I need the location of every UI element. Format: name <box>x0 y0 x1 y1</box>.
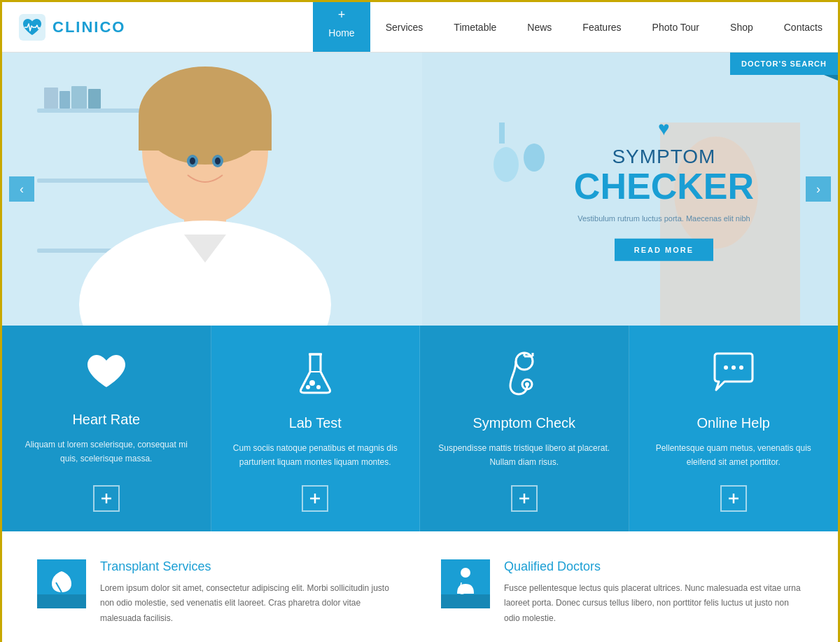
hero-subtitle: Vestibulum rutrum luctus porta. Maecenas… <box>574 213 754 225</box>
transplant-text: Transplant Services Lorem ipsum dolor si… <box>100 559 399 627</box>
service-heart-rate-plus[interactable] <box>93 485 120 512</box>
svg-point-36 <box>525 382 529 386</box>
hero-section: DOCTOR'S SEARCH ♥ SYMPTOM CHECKER Vestib… <box>2 53 838 326</box>
nav-timetable[interactable]: Timetable <box>438 2 512 52</box>
nav-services[interactable]: Services <box>370 2 439 52</box>
doctors-title: Qualified Doctors <box>504 559 803 574</box>
logo-text: CLINICO <box>52 18 125 36</box>
service-heart-rate-desc: Aliquam ut lorem scelerisque, consequat … <box>19 438 194 470</box>
svg-point-42 <box>724 365 728 370</box>
service-online-help-title: Online Help <box>696 415 770 431</box>
svg-point-22 <box>215 158 220 165</box>
heart-rate-icon <box>82 351 131 399</box>
header: CLINICO + Home Services Timetable News F… <box>2 2 838 53</box>
main-nav: + Home Services Timetable News Features … <box>313 2 838 52</box>
service-online-help-plus[interactable] <box>720 485 747 512</box>
nav-features-label: Features <box>582 22 621 33</box>
transplant-icon-box <box>37 559 86 608</box>
svg-point-30 <box>316 385 321 389</box>
hero-content: ♥ SYMPTOM CHECKER Vestibulum rutrum luct… <box>574 118 754 261</box>
nav-shop[interactable]: Shop <box>715 2 769 52</box>
service-heart-rate-title: Heart Rate <box>72 412 140 428</box>
feature-doctors: Qualified Doctors Fusce pellentesque lec… <box>441 559 803 627</box>
service-card-lab-test: Lab Test Cum sociis natoque penatibus et… <box>211 326 421 531</box>
nav-news[interactable]: News <box>512 2 567 52</box>
service-symptom-check-plus[interactable] <box>511 485 538 512</box>
nav-shop-label: Shop <box>730 22 753 33</box>
svg-point-44 <box>739 365 743 370</box>
svg-rect-9 <box>88 89 101 109</box>
transplant-desc: Lorem ipsum dolor sit amet, consectetur … <box>100 581 399 627</box>
transplant-title: Transplant Services <box>100 559 399 574</box>
nav-home-label: Home <box>328 27 354 39</box>
feature-transplant: Transplant Services Lorem ipsum dolor si… <box>37 559 399 627</box>
leaf-icon <box>49 568 74 599</box>
svg-point-10 <box>493 147 519 182</box>
service-symptom-check-desc: Suspendisse mattis tristique libero at p… <box>437 441 612 470</box>
services-strip: Heart Rate Aliquam ut lorem scelerisque,… <box>2 326 838 531</box>
svg-rect-8 <box>71 86 87 109</box>
nav-contacts[interactable]: Contacts <box>769 2 838 52</box>
hero-heart-icon: ♥ <box>574 118 754 140</box>
svg-point-43 <box>732 365 736 370</box>
svg-point-21 <box>190 158 195 165</box>
svg-point-31 <box>306 385 310 389</box>
nav-photo-tour[interactable]: Photo Tour <box>637 2 715 52</box>
svg-point-11 <box>524 144 545 172</box>
nav-news-label: News <box>527 22 552 33</box>
svg-point-48 <box>461 568 470 578</box>
doctor-icon <box>453 567 478 600</box>
doctors-icon-box <box>441 559 490 608</box>
service-lab-test-plus[interactable] <box>302 485 328 512</box>
doctors-text: Qualified Doctors Fusce pellentesque lec… <box>504 559 803 627</box>
svg-rect-6 <box>44 88 58 109</box>
nav-timetable-label: Timetable <box>454 22 496 33</box>
online-help-icon <box>709 351 758 403</box>
doctors-desc: Fusce pellentesque lectus quis placerat … <box>504 581 803 627</box>
service-card-symptom-check: Symptom Check Suspendisse mattis tristiq… <box>420 326 629 531</box>
nav-home[interactable]: + Home <box>313 2 370 52</box>
svg-rect-15 <box>139 116 272 151</box>
carousel-next-button[interactable]: › <box>806 176 831 202</box>
nav-features[interactable]: Features <box>567 2 636 52</box>
features-section: Transplant Services Lorem ipsum dolor si… <box>2 531 838 642</box>
logo-icon <box>19 14 46 41</box>
nav-services-label: Services <box>386 22 424 33</box>
lab-test-icon <box>293 351 338 403</box>
hero-symptom-line1: SYMPTOM <box>574 146 754 168</box>
service-card-heart-rate: Heart Rate Aliquam ut lorem scelerisque,… <box>2 326 211 531</box>
service-card-online-help: Online Help Pellentesque quam metus, ven… <box>629 326 839 531</box>
svg-rect-7 <box>59 91 70 109</box>
service-online-help-desc: Pellentesque quam metus, venenatis quis … <box>646 441 822 470</box>
carousel-prev-button[interactable]: ‹ <box>9 176 34 202</box>
symptom-check-icon <box>500 351 549 403</box>
service-lab-test-title: Lab Test <box>289 415 342 431</box>
svg-point-29 <box>309 380 315 386</box>
doctors-search-button[interactable]: DOCTOR'S SEARCH <box>730 53 838 75</box>
nav-contacts-label: Contacts <box>784 22 822 33</box>
nav-home-plus: + <box>338 8 346 22</box>
hero-symptom-line2: CHECKER <box>574 168 754 204</box>
nav-photo-tour-label: Photo Tour <box>652 22 699 33</box>
service-symptom-check-title: Symptom Check <box>472 415 575 431</box>
logo[interactable]: CLINICO <box>2 2 142 52</box>
service-lab-test-desc: Cum sociis natoque penatibus et magnis d… <box>228 441 403 470</box>
read-more-button[interactable]: READ MORE <box>615 238 713 260</box>
svg-rect-12 <box>499 123 505 144</box>
